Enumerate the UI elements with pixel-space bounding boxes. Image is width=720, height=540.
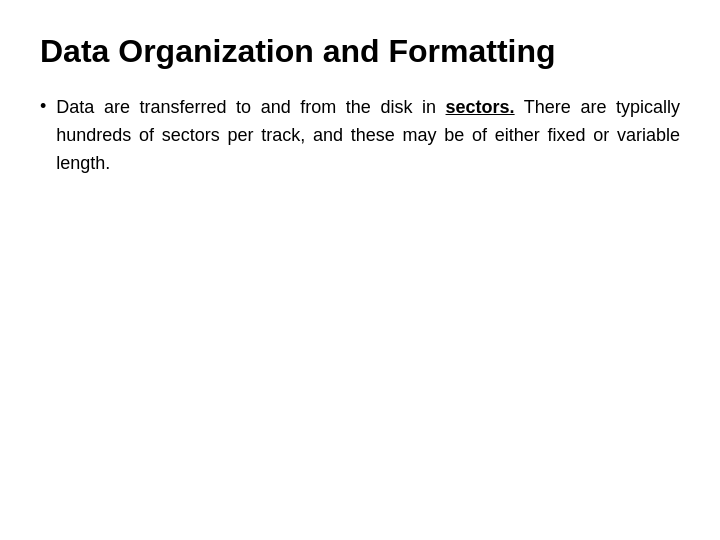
bold-sectors: sectors.: [446, 97, 515, 117]
slide-container: Data Organization and Formatting • Data …: [0, 0, 720, 540]
slide-content: • Data are transferred to and from the d…: [40, 94, 680, 508]
slide-title: Data Organization and Formatting: [40, 32, 680, 70]
bullet-list: • Data are transferred to and from the d…: [40, 94, 680, 178]
bullet-dot: •: [40, 96, 46, 117]
bullet-text: Data are transferred to and from the dis…: [56, 94, 680, 178]
bullet-item: • Data are transferred to and from the d…: [40, 94, 680, 178]
